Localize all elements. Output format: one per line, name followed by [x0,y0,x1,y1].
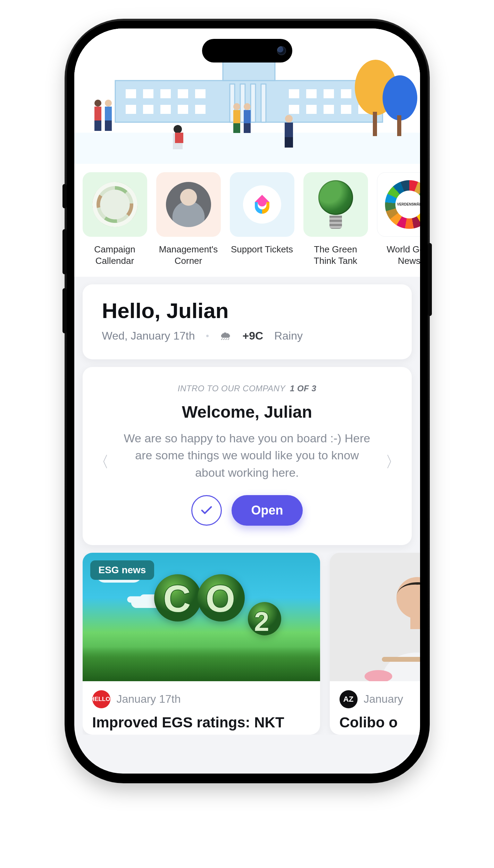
svg-rect-44 [233,123,240,133]
co2-hedge-icon: C O 2 [153,567,299,657]
news-date: January 17th [117,693,181,706]
calendar-ring-icon [92,182,137,227]
svg-rect-43 [233,110,240,123]
mute-switch[interactable] [62,184,67,208]
svg-rect-25 [306,105,317,114]
tile-label: Management's Corner [156,244,221,266]
svg-rect-14 [289,89,299,98]
intro-actions: Open [97,495,398,526]
tile-support-tickets[interactable]: Support Tickets [230,172,294,266]
intro-body: We are so happy to have you on board :-)… [122,430,372,481]
tile-green-think-tank[interactable]: The Green Think Tank [303,172,368,266]
news-headline: Colibo o [340,714,420,731]
svg-rect-23 [195,105,206,114]
tile-thumb: VERDENSMÅL [377,172,420,237]
screen: Campaign Callendar Management's Corner [74,28,420,774]
svg-rect-26 [324,105,334,114]
source-badge-hello-icon: HELLO! [92,690,110,708]
news-byline: HELLO! January 17th [92,690,310,708]
intro-title: Welcome, Julian [97,402,398,422]
quick-links-row: Campaign Callendar Management's Corner [74,164,420,277]
svg-rect-9 [126,89,136,98]
tile-thumb [83,172,147,237]
svg-rect-49 [285,123,293,137]
intro-prev-button[interactable]: 〈 [94,452,109,473]
svg-rect-11 [160,89,171,98]
svg-rect-47 [244,123,251,133]
volume-up-button[interactable] [62,229,67,274]
news-headline: Improved EGS ratings: NKT [92,714,310,731]
news-date: January [364,693,403,706]
greeting-card: Hello, Julian Wed, January 17th 🌧 +9C Ra… [83,284,412,359]
check-icon [200,503,213,517]
greeting-meta: Wed, January 17th 🌧 +9C Rainy [102,329,392,343]
svg-point-33 [94,100,101,107]
tile-label: Support Tickets [231,244,293,255]
svg-rect-22 [178,105,188,114]
svg-rect-13 [195,89,206,98]
volume-down-button[interactable] [62,288,67,333]
phone-frame: Campaign Callendar Management's Corner [67,21,428,781]
svg-rect-37 [105,107,112,120]
svg-rect-38 [105,120,112,131]
svg-point-30 [383,75,417,120]
tile-label: The Green Think Tank [303,244,368,266]
svg-text:2: 2 [254,606,269,637]
svg-text:C: C [163,577,191,620]
news-body: AZ January Colibo o [330,681,420,735]
tile-thumb [230,172,294,237]
greeting-temp: +9C [243,329,263,342]
svg-rect-61 [382,657,420,662]
svg-rect-19 [126,105,136,114]
svg-point-42 [233,103,240,110]
svg-rect-20 [143,105,153,114]
news-tag: ESG news [90,560,154,580]
svg-rect-17 [341,89,351,98]
separator-dot-icon [206,335,209,337]
svg-rect-12 [178,89,188,98]
source-badge-az-icon: AZ [340,690,358,708]
tile-world-goal-news[interactable]: VERDENSMÅL World Goal News [377,172,420,266]
svg-rect-32 [397,115,401,136]
intro-eyebrow: INTRO TO OUR COMPANY 1 OF 3 [97,384,398,393]
svg-rect-41 [175,133,183,143]
mark-done-button[interactable] [191,495,222,526]
news-cover: C O 2 ESG news [83,553,320,681]
tile-thumb [156,172,221,237]
tile-label: Campaign Callendar [83,244,147,266]
tile-managements-corner[interactable]: Management's Corner [156,172,221,266]
news-card-colibo[interactable]: AZ January Colibo o [330,553,420,735]
svg-rect-35 [94,120,101,131]
tile-campaign-calendar[interactable]: Campaign Callendar [83,172,147,266]
svg-rect-27 [341,105,351,114]
tile-thumb [303,172,368,237]
svg-rect-34 [94,107,101,120]
svg-rect-31 [373,112,377,136]
greeting-condition: Rainy [274,329,303,342]
open-button[interactable]: Open [232,495,302,526]
intro-eyebrow-text: INTRO TO OUR COMPANY [178,384,285,393]
news-card-esg[interactable]: C O 2 ESG news HELLO! January 17th Impro… [83,553,320,735]
intro-next-button[interactable]: 〉 [385,452,401,473]
support-logo-icon [243,185,281,224]
intro-card: INTRO TO OUR COMPANY 1 OF 3 Welcome, Jul… [83,367,412,545]
dynamic-island [202,39,292,62]
svg-text:O: O [206,577,235,620]
svg-rect-15 [306,89,317,98]
news-byline: AZ January [340,690,420,708]
svg-point-39 [174,125,182,133]
tile-label: World Goal News [377,244,420,266]
svg-rect-21 [160,105,171,114]
svg-rect-7 [251,84,256,122]
sdg-wheel-icon: VERDENSMÅL [385,180,420,229]
svg-rect-10 [143,89,153,98]
svg-point-45 [244,103,251,110]
greeting-title: Hello, Julian [102,298,392,323]
front-camera-icon [277,46,286,55]
lightbulb-plant-icon [315,180,357,229]
power-button[interactable] [428,243,432,316]
svg-rect-1 [74,133,420,164]
news-row: C O 2 ESG news HELLO! January 17th Impro… [83,553,420,735]
news-body: HELLO! January 17th Improved EGS ratings… [83,681,320,735]
svg-point-48 [285,115,293,123]
